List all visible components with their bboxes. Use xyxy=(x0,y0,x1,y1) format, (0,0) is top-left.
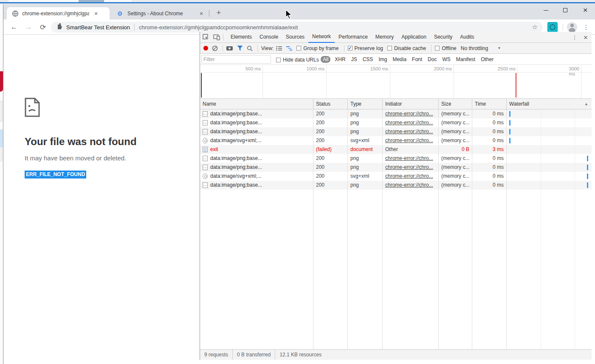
checkbox-box[interactable] xyxy=(296,46,301,50)
overview-dark-marker xyxy=(201,73,202,98)
profile-avatar[interactable] xyxy=(567,22,577,32)
filter-pill-js[interactable]: JS xyxy=(351,56,357,62)
table-row[interactable]: data:image/svg+xml;...200svg+xmlchrome-e… xyxy=(200,172,592,181)
sad-file-icon xyxy=(25,98,40,119)
request-initiator[interactable]: chrome-error://chro... xyxy=(385,155,433,161)
address-bar[interactable]: SmartBear Test Extension chrome-extensio… xyxy=(51,22,543,33)
checkbox-box[interactable] xyxy=(276,58,281,62)
column-header-size[interactable]: Size xyxy=(439,99,472,109)
devtools-tab-memory[interactable]: Memory xyxy=(372,32,398,43)
browser-tab-1[interactable]: chrome-extension://gmhjclgpam ✕ xyxy=(7,7,110,20)
checkbox-box[interactable] xyxy=(387,46,392,50)
column-header-status[interactable]: Status xyxy=(313,99,348,109)
request-initiator[interactable]: chrome-error://chro... xyxy=(385,111,433,117)
group-by-frame-checkbox[interactable]: Group by frame xyxy=(296,45,338,51)
window-minimize-button[interactable] xyxy=(536,4,556,16)
devtools-tab-elements[interactable]: Elements xyxy=(227,32,256,43)
request-type: png xyxy=(348,181,383,190)
table-row[interactable]: data:image/png;base...200pngchrome-error… xyxy=(200,109,592,118)
filter-pill-xhr[interactable]: XHR xyxy=(335,56,345,62)
devtools-tab-console[interactable]: Console xyxy=(256,32,282,43)
filter-pill-all[interactable]: All xyxy=(321,56,330,63)
filter-pill-font[interactable]: Font xyxy=(412,56,422,62)
request-initiator[interactable]: chrome-error://chro... xyxy=(385,137,433,143)
devtools-menu-icon[interactable]: ⋮ xyxy=(570,34,580,41)
offline-checkbox[interactable]: Offline xyxy=(435,45,456,51)
browser-tab-2[interactable]: ⚙ Settings - About Chrome ✕ xyxy=(112,7,209,20)
window-maximize-button[interactable] xyxy=(556,4,575,16)
preserve-log-checkbox[interactable]: ✓Preserve log xyxy=(348,45,383,51)
filter-pill-img[interactable]: Img xyxy=(378,56,387,62)
new-tab-button[interactable]: + xyxy=(213,8,224,19)
filter-pill-media[interactable]: Media xyxy=(392,56,406,62)
request-status: 200 xyxy=(313,118,348,127)
checkbox-box[interactable]: ✓ xyxy=(348,46,352,50)
request-type: png xyxy=(348,154,383,163)
request-initiator[interactable]: chrome-error://chro... xyxy=(385,173,433,179)
network-overview-timeline[interactable]: 500 ms1000 ms1500 ms2000 ms2500 ms3000 m… xyxy=(200,65,592,99)
img-file-icon xyxy=(203,129,208,134)
tab-close-icon[interactable]: ✕ xyxy=(198,10,205,17)
reload-button[interactable]: ⟳ xyxy=(37,22,48,33)
devtools-tab-network[interactable]: Network xyxy=(308,32,335,43)
request-status: 200 xyxy=(313,181,348,190)
column-header-waterfall[interactable]: Waterfall▲ xyxy=(507,99,592,109)
column-header-type[interactable]: Type xyxy=(348,99,383,109)
devtools-close-icon[interactable]: ✕ xyxy=(580,34,592,41)
device-toolbar-icon[interactable] xyxy=(211,32,222,42)
window-close-button[interactable]: ✕ xyxy=(575,4,595,16)
disable-cache-checkbox[interactable]: Disable cache xyxy=(387,45,426,51)
filter-pill-css[interactable]: CSS xyxy=(363,56,373,62)
table-row[interactable]: data:image/png;base...200pngchrome-error… xyxy=(200,127,592,136)
filter-pill-ws[interactable]: WS xyxy=(442,56,450,62)
filter-pill-other[interactable]: Other xyxy=(481,56,493,62)
devtools-tab-audits[interactable]: Audits xyxy=(456,32,478,43)
filter-pill-manifest[interactable]: Manifest xyxy=(456,56,475,62)
background-gray-fragment xyxy=(0,147,3,162)
tab-close-icon[interactable]: ✕ xyxy=(93,10,99,17)
request-initiator[interactable]: chrome-error://chro... xyxy=(385,182,433,188)
table-row[interactable]: data:image/png;base...200pngchrome-error… xyxy=(200,118,592,127)
img-file-icon xyxy=(203,111,208,117)
table-row[interactable]: data:image/png;base...200pngchrome-error… xyxy=(200,163,592,172)
search-icon[interactable] xyxy=(247,45,253,51)
request-size: (memory c... xyxy=(439,127,472,136)
extension-action-icon[interactable] xyxy=(547,22,558,32)
view-waterfall-icon[interactable] xyxy=(286,46,293,51)
toolbar-divider xyxy=(223,34,223,41)
view-list-icon[interactable] xyxy=(276,46,282,51)
url-text[interactable]: chrome-extension://gmhjclgpamdccpomoomkn… xyxy=(139,24,528,31)
throttling-select[interactable]: No throttling ▼ xyxy=(461,45,501,51)
browser-menu-button[interactable]: ⋮ xyxy=(582,22,590,33)
checkbox-box[interactable] xyxy=(435,46,440,50)
request-initiator[interactable]: chrome-error://chro... xyxy=(385,120,433,126)
request-time: 0 ms xyxy=(472,118,507,127)
devtools-tab-security[interactable]: Security xyxy=(430,32,456,43)
request-status: 200 xyxy=(313,172,348,181)
clear-button[interactable] xyxy=(212,45,218,51)
inspect-element-icon[interactable] xyxy=(200,32,211,42)
record-button[interactable] xyxy=(203,46,208,50)
devtools-tab-sources[interactable]: Sources xyxy=(282,32,308,43)
column-header-time[interactable]: Time xyxy=(472,99,507,109)
back-button[interactable]: ← xyxy=(8,22,20,33)
request-initiator[interactable]: chrome-error://chro... xyxy=(385,164,433,170)
bookmark-star-icon[interactable]: ☆ xyxy=(532,23,538,31)
table-row[interactable]: exit(failed)documentOther0 B3 ms xyxy=(200,145,592,154)
filter-pill-doc[interactable]: Doc xyxy=(428,56,437,62)
column-header-initiator[interactable]: Initiator xyxy=(383,99,439,109)
hide-data-urls-checkbox[interactable]: Hide data URLs xyxy=(276,57,319,63)
forward-button[interactable]: → xyxy=(23,22,34,33)
screenshot-button[interactable] xyxy=(226,46,233,51)
table-row[interactable]: data:image/png;base...200pngchrome-error… xyxy=(200,181,592,190)
table-row[interactable]: data:image/svg+xml;...200svg+xmlchrome-e… xyxy=(200,136,592,145)
column-header-name[interactable]: Name xyxy=(200,99,313,109)
request-initiator[interactable]: chrome-error://chro... xyxy=(385,129,433,134)
devtools-tab-application[interactable]: Application xyxy=(398,32,430,43)
view-label: View: xyxy=(261,45,274,51)
filter-input[interactable] xyxy=(201,55,271,64)
table-row[interactable]: data:image/png;base...200pngchrome-error… xyxy=(200,154,592,163)
devtools-tab-performance[interactable]: Performance xyxy=(335,32,372,43)
filter-button[interactable] xyxy=(237,45,243,51)
error-page: Your file was not found It may have been… xyxy=(3,35,203,364)
